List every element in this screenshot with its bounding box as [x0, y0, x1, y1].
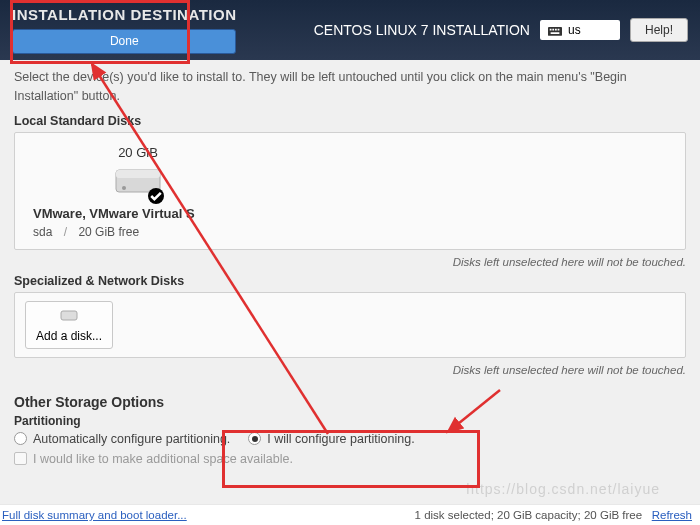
- add-disk-label: Add a disk...: [36, 329, 102, 343]
- keyboard-indicator[interactable]: us: [540, 20, 620, 40]
- disk-name: VMware, VMware Virtual S: [33, 206, 195, 221]
- svg-rect-5: [551, 33, 560, 35]
- disk-dev: sda: [33, 225, 52, 239]
- auto-partition-radio[interactable]: Automatically configure partitioning.: [14, 432, 230, 446]
- footer-status: 1 disk selected; 20 GiB capacity; 20 GiB…: [415, 509, 643, 521]
- svg-rect-7: [116, 170, 160, 178]
- intro-text: Select the device(s) you'd like to insta…: [14, 68, 686, 106]
- network-disks-hint: Disks left unselected here will not be t…: [14, 364, 686, 376]
- svg-point-8: [122, 186, 126, 190]
- svg-rect-0: [548, 27, 562, 36]
- disk-subtext: sda / 20 GiB free: [33, 225, 139, 239]
- auto-partition-label: Automatically configure partitioning.: [33, 432, 230, 446]
- manual-partition-label: I will configure partitioning.: [267, 432, 414, 446]
- local-disks-label: Local Standard Disks: [14, 114, 686, 128]
- svg-rect-3: [555, 29, 557, 31]
- radio-icon: [248, 432, 261, 445]
- add-disk-button[interactable]: Add a disk...: [25, 301, 113, 349]
- keyboard-icon: [548, 25, 562, 35]
- svg-rect-1: [550, 29, 552, 31]
- svg-rect-4: [558, 29, 560, 31]
- svg-rect-9: [61, 311, 77, 320]
- keyboard-layout-text: us: [568, 23, 581, 37]
- product-label: CENTOS LINUX 7 INSTALLATION: [314, 22, 530, 38]
- radio-icon: [14, 432, 27, 445]
- watermark: https://blog.csdn.net/laiyue: [466, 481, 660, 497]
- page-title: INSTALLATION DESTINATION: [12, 6, 236, 23]
- check-icon: [148, 188, 164, 204]
- disk-summary-link[interactable]: Full disk summary and boot loader...: [2, 509, 187, 521]
- additional-space-label: I would like to make additional space av…: [33, 452, 293, 466]
- other-options-title: Other Storage Options: [14, 394, 686, 410]
- partitioning-label: Partitioning: [14, 414, 686, 428]
- local-disks-panel: 20 GiB VMware, VMware Virtual S sda / 20…: [14, 132, 686, 250]
- footer: Full disk summary and boot loader... 1 d…: [0, 504, 700, 525]
- partitioning-radio-group: Automatically configure partitioning. I …: [14, 432, 686, 446]
- disk-item[interactable]: 20 GiB VMware, VMware Virtual S sda / 20…: [33, 145, 243, 239]
- manual-partition-radio[interactable]: I will configure partitioning.: [248, 432, 414, 446]
- header-left: INSTALLATION DESTINATION Done: [12, 6, 236, 54]
- additional-space-checkbox-row[interactable]: I would like to make additional space av…: [14, 452, 686, 466]
- content: Select the device(s) you'd like to insta…: [0, 60, 700, 466]
- refresh-link[interactable]: Refresh: [652, 509, 692, 521]
- disk-free: 20 GiB free: [78, 225, 139, 239]
- checkbox-icon: [14, 452, 27, 465]
- svg-rect-2: [552, 29, 554, 31]
- disk-size: 20 GiB: [118, 145, 158, 160]
- footer-right: 1 disk selected; 20 GiB capacity; 20 GiB…: [415, 509, 692, 521]
- done-button[interactable]: Done: [12, 29, 236, 54]
- disk-icon: [114, 164, 162, 202]
- header: INSTALLATION DESTINATION Done CENTOS LIN…: [0, 0, 700, 60]
- network-disks-panel: Add a disk...: [14, 292, 686, 358]
- help-button[interactable]: Help!: [630, 18, 688, 42]
- network-disks-label: Specialized & Network Disks: [14, 274, 686, 288]
- add-disk-icon: [60, 308, 78, 325]
- separator: /: [64, 225, 67, 239]
- header-right: CENTOS LINUX 7 INSTALLATION us Help!: [314, 18, 688, 42]
- local-disks-hint: Disks left unselected here will not be t…: [14, 256, 686, 268]
